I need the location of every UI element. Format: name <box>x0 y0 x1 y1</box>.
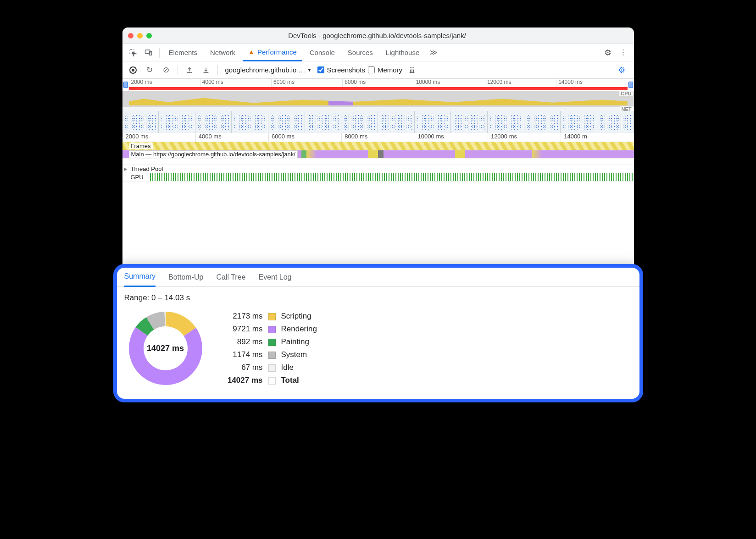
tick: 12000 ms <box>485 79 556 87</box>
legend-swatch <box>268 323 280 335</box>
target-dropdown[interactable]: googlechrome.github.io … ▼ <box>222 65 315 75</box>
screenshot-thumb[interactable] <box>415 111 451 133</box>
settings-icon[interactable]: ⚙ <box>601 46 615 60</box>
legend-total-row: 14027 msTotal <box>226 374 322 386</box>
download-icon[interactable] <box>199 63 213 77</box>
timeline-overview[interactable]: 2000 ms 4000 ms 6000 ms 8000 ms 10000 ms… <box>122 79 634 133</box>
range-handle-left[interactable]: || <box>123 82 128 88</box>
warning-icon: ▲ <box>248 48 255 55</box>
devtools-window: DevTools - googlechrome.github.io/devtoo… <box>122 28 634 371</box>
window-title: DevTools - googlechrome.github.io/devtoo… <box>152 32 603 39</box>
tab-elements[interactable]: Elements <box>163 44 203 61</box>
tab-bottom-up[interactable]: Bottom-Up <box>168 268 203 287</box>
legend-ms: 9721 ms <box>226 323 267 335</box>
main-label: Main — https://googlechrome.github.io/de… <box>129 150 298 158</box>
track-frames[interactable]: ▶ Frames <box>122 142 634 150</box>
net-lane <box>122 107 634 111</box>
screenshot-thumb[interactable] <box>561 111 597 133</box>
tab-summary[interactable]: Summary <box>124 268 156 287</box>
record-button[interactable] <box>126 63 140 77</box>
legend-swatch <box>268 362 280 374</box>
screenshot-thumb[interactable] <box>305 111 342 133</box>
more-tabs-icon[interactable]: ≫ <box>427 46 440 60</box>
inspect-icon[interactable] <box>126 46 140 60</box>
screenshots-checkbox-input[interactable] <box>317 66 324 73</box>
screenshot-thumb[interactable] <box>488 111 524 133</box>
waterfall-ruler: 2000 ms 4000 ms 6000 ms 8000 ms 10000 ms… <box>122 133 634 142</box>
memory-label: Memory <box>378 66 402 74</box>
range-handle-right[interactable]: || <box>628 82 633 88</box>
capture-settings-icon[interactable]: ⚙ <box>615 63 628 77</box>
screenshot-thumb[interactable] <box>451 111 488 133</box>
separator <box>217 65 218 75</box>
range-label: Range: 0 – 14.03 s <box>124 293 632 302</box>
legend-swatch <box>268 374 280 386</box>
tab-console[interactable]: Console <box>304 44 340 61</box>
screenshots-checkbox[interactable]: Screenshots <box>317 66 365 74</box>
kebab-menu-icon[interactable]: ⋮ <box>617 46 630 60</box>
tick: 14000 m <box>561 133 634 142</box>
target-label: googlechrome.github.io … <box>225 66 306 74</box>
screenshot-thumb[interactable] <box>268 111 305 133</box>
legend-row: 67 msIdle <box>226 362 322 374</box>
cpu-label: CPU <box>619 91 633 96</box>
tab-lighthouse[interactable]: Lighthouse <box>380 44 425 61</box>
legend-label: Painting <box>281 336 322 348</box>
separator <box>159 48 160 58</box>
garbage-collect-icon[interactable] <box>405 63 419 77</box>
tick: 10000 ms <box>415 133 488 142</box>
legend-label: System <box>281 349 322 361</box>
tab-event-log[interactable]: Event Log <box>258 268 291 287</box>
screenshot-thumb[interactable] <box>378 111 415 133</box>
screenshot-thumb[interactable] <box>159 111 195 133</box>
reload-record-button[interactable]: ↻ <box>143 63 156 77</box>
thread-pool-label: Thread Pool <box>129 165 165 172</box>
zoom-icon[interactable] <box>146 33 152 38</box>
tick: 4000 ms <box>195 133 268 142</box>
minimize-icon[interactable] <box>137 33 143 38</box>
legend-ms: 2173 ms <box>226 310 267 322</box>
disclosure-icon[interactable]: ▶ <box>122 166 129 171</box>
upload-icon[interactable] <box>183 63 196 77</box>
screenshot-thumb[interactable] <box>195 111 232 133</box>
summary-body: Range: 0 – 14.03 s 14027 ms 2173 msScrip… <box>117 287 639 399</box>
tick: 2000 ms <box>122 133 195 142</box>
screenshot-thumb[interactable] <box>524 111 561 133</box>
legend-row: 892 msPainting <box>226 336 322 348</box>
legend-row: 1174 msSystem <box>226 349 322 361</box>
memory-checkbox[interactable]: Memory <box>368 66 402 74</box>
memory-checkbox-input[interactable] <box>368 66 375 73</box>
clear-button[interactable]: ⊘ <box>159 63 173 77</box>
gpu-label: GPU <box>129 174 145 181</box>
tab-performance[interactable]: ▲ Performance <box>243 44 302 61</box>
screenshot-thumb[interactable] <box>122 111 159 133</box>
legend-label: Idle <box>281 362 322 374</box>
screenshot-thumb[interactable] <box>232 111 268 133</box>
cpu-chart <box>122 91 634 107</box>
tick: 6000 ms <box>268 133 341 142</box>
flame-chart[interactable]: 2000 ms 4000 ms 6000 ms 8000 ms 10000 ms… <box>122 133 634 182</box>
frames-label: Frames <box>129 143 153 149</box>
screenshots-label: Screenshots <box>327 66 365 74</box>
tab-call-tree[interactable]: Call Tree <box>216 268 245 287</box>
close-icon[interactable] <box>128 33 133 38</box>
panel-tabs: Elements Network ▲ Performance Console S… <box>122 44 634 61</box>
legend-swatch <box>268 310 280 322</box>
track-main[interactable]: ▶ Main — https://googlechrome.github.io/… <box>122 150 634 159</box>
tick: 2000 ms <box>129 79 200 87</box>
track-gpu[interactable]: GPU <box>122 173 634 182</box>
summary-panel-highlight: Summary Bottom-Up Call Tree Event Log Ra… <box>113 264 643 402</box>
titlebar: DevTools - googlechrome.github.io/devtoo… <box>122 28 634 44</box>
performance-toolbar: ↻ ⊘ googlechrome.github.io … ▼ Screensho… <box>122 61 634 79</box>
tab-sources[interactable]: Sources <box>342 44 378 61</box>
screenshot-thumb[interactable] <box>597 111 634 133</box>
legend-table: 2173 msScripting9721 msRendering892 msPa… <box>225 309 322 387</box>
device-toggle-icon[interactable] <box>142 46 156 60</box>
screenshot-thumb[interactable] <box>341 111 378 133</box>
track-thread-pool[interactable]: ▶ Thread Pool <box>122 165 634 173</box>
track-main-sub <box>122 159 634 165</box>
legend-label: Rendering <box>281 323 322 335</box>
detail-tabs: Summary Bottom-Up Call Tree Event Log <box>117 268 639 287</box>
tab-network[interactable]: Network <box>205 44 241 61</box>
tab-performance-label: Performance <box>257 48 297 56</box>
